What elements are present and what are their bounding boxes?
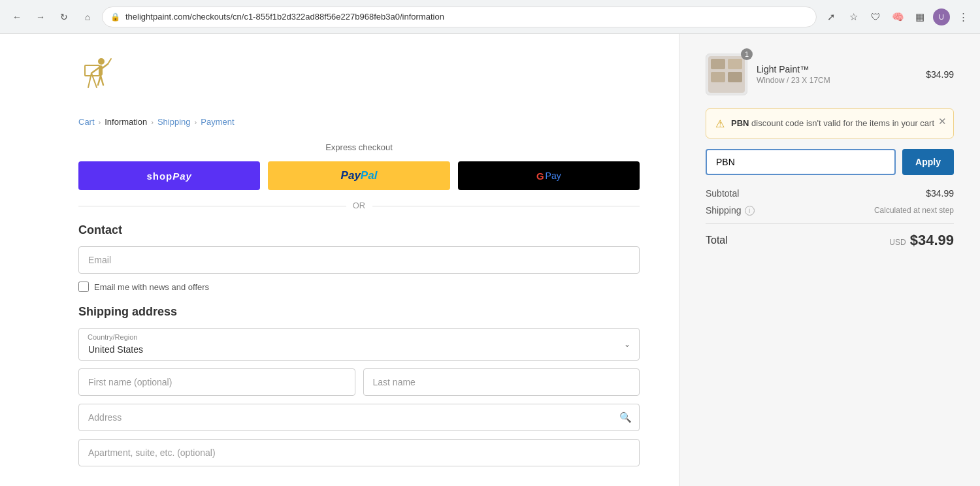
cart-item-info: Light Paint™ Window / 23 X 17CM (757, 64, 917, 85)
site-logo (78, 54, 131, 99)
bookmark-button[interactable]: ☆ (844, 8, 862, 26)
apply-button[interactable]: Apply (902, 149, 954, 175)
cart-badge: 1 (741, 48, 753, 60)
contact-header: Contact (78, 223, 640, 237)
breadcrumb-payment[interactable]: Payment (201, 117, 234, 127)
breadcrumb-cart[interactable]: Cart (78, 117, 95, 127)
share-button[interactable]: ➚ (822, 8, 840, 26)
extensions-button[interactable]: 🧠 (889, 8, 907, 26)
svg-line-3 (103, 64, 108, 68)
shipping-row: Shipping i Calculated at next step (706, 205, 954, 216)
first-name-field[interactable] (78, 368, 355, 396)
warning-code: PBN (731, 118, 749, 128)
apt-field[interactable] (78, 439, 640, 466)
gpay-logo: G Pay (536, 170, 561, 182)
cart-item-name: Light Paint™ (757, 64, 917, 74)
warning-message: discount code isn't valid for the items … (751, 118, 934, 128)
cart-item-img-wrapper: 1 (706, 54, 747, 95)
subtotal-value: $34.99 (926, 188, 954, 199)
browser-chrome: ← → ↻ ⌂ 🔒 thelightpaint.com/checkouts/cn… (0, 0, 980, 34)
breadcrumb-sep-1: › (99, 118, 101, 126)
total-label: Total (706, 235, 728, 246)
svg-rect-12 (728, 59, 742, 69)
left-panel: Cart › Information › Shipping › Payment … (0, 34, 679, 486)
address-bar[interactable]: 🔒 thelightpaint.com/checkouts/cn/c1-855f… (102, 7, 817, 27)
back-button[interactable]: ← (8, 8, 26, 26)
breadcrumb-sep-2: › (151, 118, 154, 126)
cart-item: 1 Light Paint™ Window / 23 X 17CM $34.99 (706, 54, 954, 95)
home-button[interactable]: ⌂ (78, 8, 97, 26)
total-currency: USD (889, 238, 906, 247)
newsletter-checkbox[interactable] (78, 282, 89, 292)
shop-pay-logo: shopPay (146, 170, 192, 182)
gpay-button[interactable]: G Pay (458, 161, 640, 190)
subtotal-row: Subtotal $34.99 (706, 188, 954, 199)
total-value-area: USD $34.99 (889, 232, 954, 249)
shipping-info-icon[interactable]: i (745, 206, 755, 216)
shop-pay-button[interactable]: shopPay (78, 161, 260, 190)
svg-rect-13 (711, 72, 725, 82)
breadcrumb-information: Information (105, 117, 147, 127)
cart-item-image (706, 54, 747, 95)
logo-area (78, 54, 640, 101)
breadcrumb: Cart › Information › Shipping › Payment (78, 117, 640, 127)
shipping-address-header: Shipping address (78, 305, 640, 319)
summary-divider (706, 223, 954, 224)
address-wrapper: 🔍 (78, 404, 640, 431)
cart-item-price: $34.99 (926, 69, 954, 80)
email-field[interactable] (78, 246, 640, 274)
warning-icon: ⚠ (715, 118, 725, 130)
product-thumbnail (707, 55, 746, 94)
country-label: Country/Region (88, 333, 137, 341)
total-price: $34.99 (910, 232, 954, 249)
right-panel: 1 Light Paint™ Window / 23 X 17CM $34.99… (679, 34, 980, 486)
shipping-label: Shipping i (706, 205, 755, 216)
shield-button[interactable]: 🛡 (866, 8, 885, 26)
name-row (78, 368, 640, 396)
or-divider: OR (78, 201, 640, 210)
last-name-field[interactable] (363, 368, 640, 396)
express-buttons: shopPay PayPal G Pay (78, 161, 640, 190)
subtotal-label: Subtotal (706, 188, 739, 199)
discount-row: Apply (706, 149, 954, 175)
newsletter-row: Email me with news and offers (78, 282, 640, 292)
browser-actions: ➚ ☆ 🛡 🧠 ▦ U ⋮ (822, 8, 972, 26)
country-select[interactable]: United States (78, 328, 640, 361)
cart-item-variant: Window / 23 X 17CM (757, 76, 917, 85)
warning-close-button[interactable]: ✕ (938, 116, 947, 127)
svg-line-2 (91, 68, 99, 73)
svg-rect-11 (711, 59, 725, 69)
discount-input[interactable] (706, 149, 896, 175)
svg-rect-14 (728, 72, 742, 82)
url-text: thelightpaint.com/checkouts/cn/c1-855f1b… (125, 12, 444, 22)
svg-point-0 (98, 58, 105, 65)
refresh-button[interactable]: ↻ (55, 8, 73, 26)
tab-button[interactable]: ▦ (911, 8, 929, 26)
total-row: Total USD $34.99 (706, 232, 954, 249)
address-field[interactable] (78, 404, 640, 431)
search-icon: 🔍 (619, 412, 632, 423)
breadcrumb-shipping[interactable]: Shipping (157, 117, 191, 127)
paypal-logo: PayPal (341, 169, 378, 182)
lock-icon: 🔒 (110, 12, 120, 22)
newsletter-label: Email me with news and offers (94, 282, 209, 292)
menu-button[interactable]: ⋮ (954, 8, 972, 26)
svg-line-6 (101, 76, 103, 85)
avatar-initials: U (939, 13, 944, 21)
warning-banner: ⚠ PBN discount code isn't valid for the … (706, 108, 954, 138)
warning-text: PBN discount code isn't valid for the it… (731, 117, 934, 130)
profile-avatar[interactable]: U (933, 8, 950, 25)
svg-line-4 (108, 59, 111, 64)
page-layout: Cart › Information › Shipping › Payment … (0, 34, 980, 486)
breadcrumb-sep-3: › (195, 118, 197, 126)
forward-button[interactable]: → (31, 8, 50, 26)
paypal-button[interactable]: PayPal (268, 161, 449, 190)
shipping-value: Calculated at next step (874, 206, 954, 215)
express-checkout-label: Express checkout (78, 142, 640, 152)
country-select-wrapper: Country/Region United States ⌄ (78, 328, 640, 361)
